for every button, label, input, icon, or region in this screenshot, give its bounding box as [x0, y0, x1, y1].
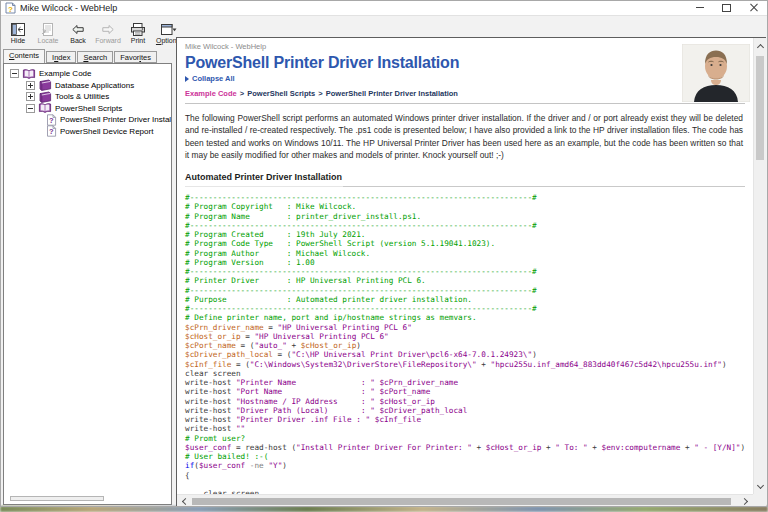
tree-item-powershell-printer-driver-installation[interactable]: ?PowerShell Printer Driver Installation [4, 114, 171, 126]
book-closed-icon [38, 91, 52, 103]
code-line: # User bailed! :-( [185, 452, 753, 461]
hide-button[interactable]: Hide [3, 18, 33, 48]
collapse-all-label: Collapse All [192, 74, 235, 83]
breadcrumb-separator: > [237, 89, 248, 98]
code-line: $user_conf = read-host ("Install Printer… [185, 443, 753, 452]
code-line: $cInf_file = ("C:\Windows\System32\Drive… [185, 360, 753, 369]
code-line: write-host "Printer Driver .inf File : "… [185, 415, 753, 424]
code-line: #---------------------------------------… [185, 221, 753, 230]
tree-item-label: Example Code [39, 69, 91, 78]
chevron-right-icon [741, 497, 748, 504]
tree-horizontal-scrollbar[interactable] [6, 495, 169, 503]
breadcrumb-item[interactable]: PowerShell Scripts [247, 89, 315, 98]
toolbar-button-label: Back [70, 37, 86, 44]
window-title: Mike Wilcock - WebHelp [20, 3, 117, 13]
locate-button: Locate [33, 18, 63, 48]
tab-contents[interactable]: Contents [3, 49, 45, 63]
code-line: write-host "Hostname / IP Address : " $c… [185, 397, 753, 406]
code-line [185, 480, 753, 489]
breadcrumb-item[interactable]: Example Code [185, 89, 237, 98]
tab-search[interactable]: Search [77, 51, 113, 63]
tree-item-label: PowerShell Scripts [55, 104, 122, 113]
code-line: #---------------------------------------… [185, 193, 753, 202]
topic-icon: ? [46, 114, 57, 126]
horizontal-scrollbar[interactable] [177, 494, 753, 506]
scroll-up-button[interactable] [754, 40, 767, 53]
code-line: # Define printer name, port and ip/hostn… [185, 313, 753, 322]
contents-tree-panel: Example CodeDatabase ApplicationsTools &… [3, 63, 172, 505]
desktop-wallpaper-strip [0, 506, 768, 512]
expand-plus-icon[interactable] [26, 92, 35, 101]
tab-index[interactable]: Index [46, 51, 76, 63]
collapse-minus-icon[interactable] [10, 69, 19, 78]
collapse-minus-icon[interactable] [26, 104, 35, 113]
code-section-tab[interactable]: Automated Printer Driver Installation [185, 172, 745, 187]
code-line: # Program Name : printer_driver_install.… [185, 212, 753, 221]
hide-icon [10, 21, 26, 37]
minimize-button[interactable] [686, 0, 713, 15]
scroll-left-button[interactable] [178, 495, 191, 507]
collapse-all-link[interactable]: Collapse All [185, 74, 753, 83]
code-line: # Program Version : 1.00 [185, 258, 753, 267]
options-icon [160, 21, 177, 37]
tree-item-label: PowerShell Device Report [60, 127, 153, 136]
tree-hscroll-thumb[interactable] [10, 496, 104, 501]
code-line: { [185, 471, 753, 480]
maximize-button[interactable] [713, 0, 740, 15]
tree-item-tools-utilities[interactable]: Tools & Utilities [4, 91, 171, 103]
code-line: write-host "Port Name : " $cPort_name [185, 387, 753, 396]
close-button[interactable] [740, 0, 767, 15]
help-file-icon: ? [5, 2, 16, 14]
code-line: write-host "Driver Path (Local) : " $cDr… [185, 406, 753, 415]
tree-item-label: Database Applications [55, 81, 134, 90]
toolbar-button-label: Print [131, 37, 145, 44]
print-button[interactable]: Print [123, 18, 153, 48]
minimize-icon [696, 7, 704, 8]
expand-plus-icon[interactable] [26, 81, 35, 90]
intro-paragraph: The following PowerShell script performs… [185, 112, 743, 161]
scroll-down-button[interactable] [754, 479, 767, 492]
topic-content: Mike Wilcock - WebHelp PowerShell Printe… [177, 38, 753, 494]
vertical-scrollbar[interactable] [753, 38, 766, 494]
code-line: # Program Author : Michael Wilcock. [185, 249, 753, 258]
code-line: # Promt user? [185, 434, 753, 443]
chevron-up-icon [757, 44, 764, 51]
code-block: #---------------------------------------… [185, 193, 753, 494]
vscroll-thumb[interactable] [756, 56, 764, 160]
nav-tab-bar: ContentsIndexSearchFavorites [3, 49, 175, 63]
code-line: write-host "" [185, 424, 753, 433]
tab-favorites[interactable]: Favorites [114, 51, 157, 63]
page-title: PowerShell Printer Driver Installation [185, 54, 753, 72]
forward-button: Forward [93, 18, 123, 48]
back-icon [70, 21, 86, 37]
toolbar-button-label: Forward [95, 37, 121, 44]
maximize-icon [722, 4, 731, 12]
tree-item-powershell-scripts[interactable]: PowerShell Scripts [4, 103, 171, 115]
code-line: write-host "Printer Name : " $cPrn_drive… [185, 378, 753, 387]
code-line: # Purpose : Automated printer driver ins… [185, 295, 753, 304]
titlebar: ? Mike Wilcock - WebHelp [0, 0, 768, 15]
code-line: if($user_conf -ne "Y") [185, 461, 753, 470]
back-button[interactable]: Back [63, 18, 93, 48]
code-line: $cHost_or_ip = "HP Universal Printing PC… [185, 332, 753, 341]
close-icon [750, 4, 758, 12]
code-line: #---------------------------------------… [185, 267, 753, 276]
scroll-right-button[interactable] [739, 495, 752, 507]
scrollbar-corner [753, 494, 766, 506]
code-line: # Printer Driver : HP Universal Printing… [185, 276, 753, 285]
tree-item-powershell-device-report[interactable]: ?PowerShell Device Report [4, 126, 171, 138]
code-line: # Program Code Type : PowerShell Script … [185, 239, 753, 248]
hscroll-thumb[interactable] [192, 498, 731, 505]
breadcrumb-divider [185, 103, 745, 104]
code-line: #---------------------------------------… [185, 286, 753, 295]
author-photo [682, 44, 750, 102]
book-closed-icon [38, 79, 52, 91]
toolbar-button-label: Hide [11, 37, 25, 44]
code-line: $cPrn_driver_name = "HP Universal Printi… [185, 323, 753, 332]
svg-text:?: ? [8, 4, 13, 13]
topic-pane: Mike Wilcock - WebHelp PowerShell Printe… [176, 37, 766, 506]
breadcrumb-separator: > [315, 89, 326, 98]
chevron-left-icon [182, 497, 189, 504]
tree-item-example-code[interactable]: Example Code [4, 68, 171, 80]
tree-item-database-applications[interactable]: Database Applications [4, 80, 171, 92]
